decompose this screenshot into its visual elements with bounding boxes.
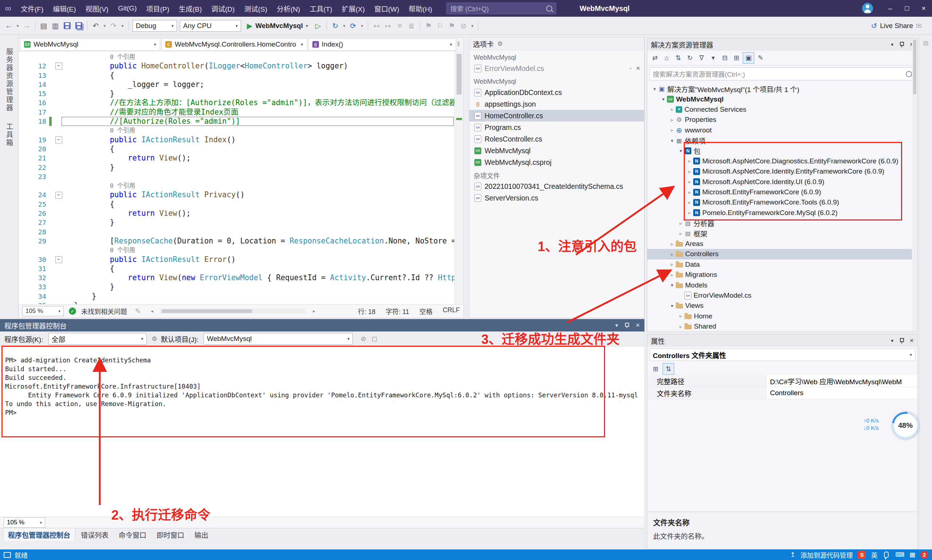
console-title-bar[interactable]: 程序包管理器控制台 ▾ ✕ <box>0 319 644 331</box>
tree-row[interactable]: ▹NMicrosoft.EntityFrameworkCore.Tools (6… <box>647 197 917 208</box>
fold-toggle-icon[interactable]: − <box>55 192 62 198</box>
code-line[interactable]: 18 //[Authorize(Roles ="admin")] <box>18 117 454 126</box>
show-all-files-icon[interactable]: ⊞ <box>731 52 742 63</box>
expander-icon[interactable]: ▹ <box>669 251 676 257</box>
document-tab[interactable]: C#HomeController.cs <box>469 110 644 122</box>
document-tab[interactable]: C#WebMvcMysql <box>469 145 644 157</box>
chevron-down-icon[interactable]: ▾ <box>891 42 893 47</box>
code-line[interactable]: 32 return View(new ErrorViewModel { Requ… <box>18 273 454 282</box>
indentation-indicator[interactable]: 空格 <box>419 306 433 316</box>
menu-item[interactable]: 分析(N) <box>272 0 305 17</box>
activity-tab[interactable]: 服务器资源管理器 <box>4 48 14 112</box>
home-icon[interactable]: ⌂ <box>661 52 672 63</box>
console-output[interactable]: PM> add-migration CreateIdentitySchemaBu… <box>0 346 644 517</box>
menu-item[interactable]: 扩展(X) <box>337 0 370 17</box>
hot-reload-caret-icon[interactable]: ▾ <box>359 20 365 32</box>
microphone-icon[interactable] <box>884 552 889 558</box>
solution-explorer-header[interactable]: 解决方案资源管理器 ▾ ✕ <box>647 38 917 51</box>
expander-icon[interactable]: ▾ <box>669 282 676 288</box>
expander-icon[interactable]: ▹ <box>669 107 676 112</box>
property-row[interactable]: 完整路径 D:\C#学习\Web 应用\WebMvcMysql\WebM <box>647 375 917 387</box>
menu-item[interactable]: 项目(P) <box>142 0 174 17</box>
forward-icon[interactable]: → <box>21 20 32 32</box>
back-icon[interactable]: ← <box>3 20 15 32</box>
maximize-button[interactable]: □ <box>898 0 915 17</box>
scroll-right-icon[interactable]: ▸ <box>311 305 317 317</box>
bookmark-caret-icon[interactable]: ▾ <box>469 20 476 32</box>
code-line[interactable]: 19− public IActionResult Index() <box>18 135 454 145</box>
panel-tab[interactable]: 命令窗口 <box>114 528 151 541</box>
panel-tab[interactable]: 即时窗口 <box>152 528 189 541</box>
tree-row[interactable]: ▹Data <box>647 260 917 270</box>
expander-icon[interactable]: ▹ <box>686 179 693 185</box>
start-debugging-button[interactable]: ▶ WebMvcMysql ▾ <box>243 20 312 32</box>
filter-caret-icon[interactable]: ▾ <box>708 52 719 63</box>
panel-tab[interactable]: 错误列表 <box>76 528 113 541</box>
tree-row[interactable]: ▾N包 <box>647 146 917 156</box>
eol-indicator[interactable]: CRLF <box>443 306 460 316</box>
expander-icon[interactable]: ▾ <box>660 97 667 102</box>
fold-toggle-icon[interactable]: − <box>55 63 62 69</box>
sogou-ime-icon[interactable]: S <box>858 551 866 559</box>
codelens-line[interactable]: 0 个引用 <box>18 246 454 255</box>
pin-icon[interactable] <box>899 42 904 47</box>
document-tab[interactable]: C#ErrorViewModel.cs▫✕ <box>469 63 644 74</box>
codelens-line[interactable]: 0 个引用 <box>18 52 454 62</box>
code-line[interactable]: 31 { <box>18 264 454 273</box>
menu-item[interactable]: 视图(V) <box>81 0 113 17</box>
document-tab[interactable]: C#WebMvcMysql.csproj <box>469 157 644 168</box>
ime-toolbox-icon[interactable]: ▦ <box>909 551 915 558</box>
editor-vertical-scrollbar[interactable] <box>454 52 464 304</box>
tree-row[interactable]: ▹NMicrosoft.AspNetCore.Diagnostics.Entit… <box>647 156 917 166</box>
background-tasks-icon[interactable] <box>4 552 11 558</box>
menu-item[interactable]: 窗口(W) <box>370 0 404 17</box>
property-row[interactable]: 文件夹名称 Controllers <box>647 387 917 399</box>
tree-row[interactable]: ▾Views <box>647 300 917 311</box>
document-tab[interactable]: C#ApplicationDbContext.cs <box>469 86 644 98</box>
expander-icon[interactable]: ▹ <box>669 272 676 278</box>
refresh-icon[interactable]: ↻ <box>330 20 341 32</box>
expander-icon[interactable]: ▾ <box>677 148 684 154</box>
save-all-icon[interactable] <box>73 20 85 32</box>
document-tab[interactable]: C#ServerVersion.cs <box>469 192 644 204</box>
tree-row[interactable]: ▹NMicrosoft.AspNetCore.Identity.UI (6.0.… <box>647 177 917 187</box>
code-line[interactable]: 23 <box>18 172 454 181</box>
tree-row[interactable]: ▹Controllers <box>647 249 917 259</box>
redo-caret-icon[interactable]: ▾ <box>119 20 126 32</box>
menu-item[interactable]: 文件(F) <box>16 0 48 17</box>
menu-item[interactable]: 编辑(E) <box>48 0 80 17</box>
new-project-icon[interactable]: ▤ <box>38 20 49 32</box>
open-file-icon[interactable]: ▥ <box>49 20 61 32</box>
split-editor-icon[interactable]: ⫴ <box>457 41 462 48</box>
document-tab[interactable]: C#RolesController.cs <box>469 133 644 145</box>
breadcrumb-project[interactable]: C# WebMvcMysql ▾ <box>20 38 160 51</box>
tree-row[interactable]: ▹Migrations <box>647 270 917 280</box>
expander-icon[interactable]: ▹ <box>669 127 676 133</box>
fold-toggle-icon[interactable]: − <box>55 256 62 263</box>
tree-row[interactable]: ▹⚙Properties <box>647 115 917 125</box>
expander-icon[interactable]: ▾ <box>669 138 676 143</box>
code-line[interactable]: 33 } <box>18 282 454 291</box>
save-icon[interactable] <box>61 20 73 32</box>
add-to-source-control-button[interactable]: 添加到源代码管理 <box>800 550 853 560</box>
chevron-down-icon[interactable]: ▾ <box>891 338 893 343</box>
panel-tab[interactable]: 输出 <box>189 528 213 541</box>
expander-icon[interactable]: ▹ <box>677 324 684 329</box>
code-line[interactable]: 24− public IActionResult Privacy() <box>18 190 454 199</box>
tree-row[interactable]: ▹NMicrosoft.EntityFrameworkCore (6.0.9) <box>647 187 917 197</box>
code-cleanup-icon[interactable]: ✎ <box>132 305 144 317</box>
menu-item[interactable]: 帮助(H) <box>404 0 437 17</box>
code-line[interactable]: 13 { <box>18 71 454 80</box>
code-line[interactable]: 12− public HomeController(ILogger<HomeCo… <box>18 62 454 71</box>
tree-row[interactable]: ▾C#WebMvcMysql <box>647 94 917 104</box>
navigate-forward-icon[interactable]: ↦ <box>382 20 394 32</box>
global-search-input[interactable]: 搜索 (Ctrl+Q) <box>446 3 556 14</box>
package-source-select[interactable]: 全部▾ <box>48 333 147 345</box>
expander-icon[interactable]: ▹ <box>669 241 676 247</box>
panel-tab[interactable]: 程序包管理器控制台 <box>3 528 75 541</box>
tree-row[interactable]: ▹▧分析器 <box>647 218 917 228</box>
code-line[interactable]: 17 //需要对应的角色才能登录Index页面 <box>18 108 454 117</box>
solution-configuration-select[interactable]: Debug▾ <box>132 20 177 32</box>
properties-icon[interactable]: ✎ <box>755 52 766 63</box>
tree-row[interactable]: ▹Shared <box>647 321 917 331</box>
